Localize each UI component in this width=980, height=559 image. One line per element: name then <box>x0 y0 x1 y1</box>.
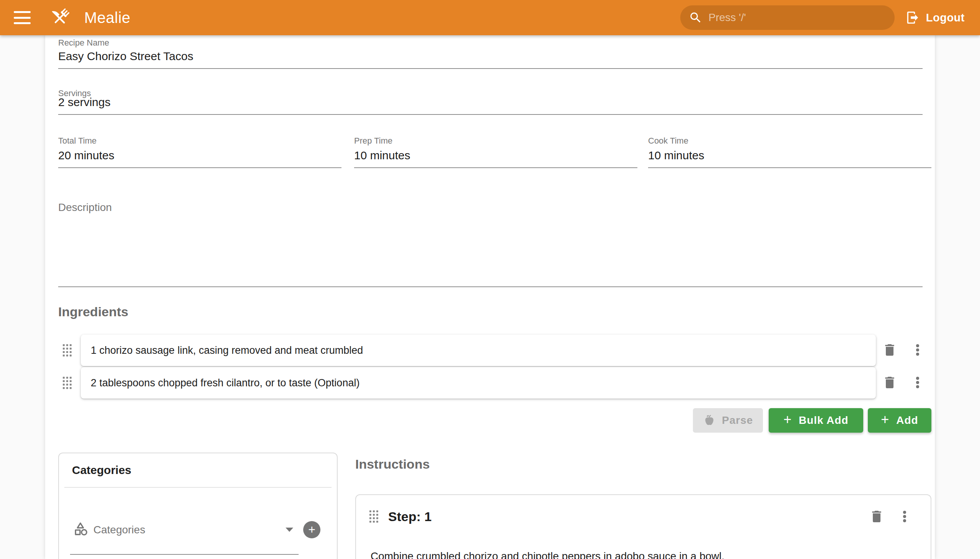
ingredient-menu-button[interactable] <box>911 344 924 356</box>
servings-field[interactable]: Servings 2 servings <box>58 88 922 115</box>
kebab-icon <box>899 510 911 523</box>
search-icon <box>689 11 702 25</box>
delete-ingredient-button[interactable] <box>882 375 897 390</box>
instruction-step-card: Step: 1 Combine crumbled chorizo and chi… <box>355 494 931 559</box>
recipe-editor-card: Recipe Name Easy Chorizo Street Tacos Se… <box>45 35 935 559</box>
divider <box>64 487 332 488</box>
home-link[interactable]: Mealie <box>31 6 131 30</box>
kebab-icon <box>911 344 924 356</box>
plus-icon: + <box>308 523 316 537</box>
step-title: Step: 1 <box>388 508 431 525</box>
cook-time-field[interactable]: Cook Time 10 minutes <box>648 136 931 168</box>
select-underline <box>70 554 299 555</box>
description-field[interactable]: Description <box>58 200 922 287</box>
plus-icon: + <box>881 412 889 428</box>
trash-icon <box>882 375 897 390</box>
description-label: Description <box>58 202 112 213</box>
add-category-button[interactable]: + <box>303 521 321 538</box>
prep-time-label: Prep Time <box>354 136 392 146</box>
ingredients-heading: Ingredients <box>58 303 128 320</box>
cook-time-value: 10 minutes <box>648 148 704 163</box>
app-bar: Mealie Logout <box>0 0 980 35</box>
drag-handle[interactable] <box>63 377 71 389</box>
prep-time-value: 10 minutes <box>354 148 410 163</box>
ingredient-text: 1 chorizo sausage link, casing removed a… <box>91 345 363 356</box>
recipe-name-label: Recipe Name <box>58 38 109 48</box>
plus-icon: + <box>783 412 792 428</box>
logout-icon <box>906 10 920 25</box>
add-label: Add <box>896 414 918 427</box>
parse-button[interactable]: Parse <box>693 408 763 433</box>
delete-ingredient-button[interactable] <box>882 342 897 357</box>
drag-handle[interactable] <box>63 344 71 356</box>
ingredient-input[interactable]: 1 chorizo sausage link, casing removed a… <box>81 335 876 366</box>
ingredient-menu-button[interactable] <box>911 376 924 389</box>
cook-time-label: Cook Time <box>648 136 688 146</box>
categories-title: Categories <box>72 463 131 478</box>
drag-handle[interactable] <box>369 510 378 523</box>
delete-step-button[interactable] <box>869 509 884 524</box>
bulk-add-button[interactable]: + Bulk Add <box>769 408 863 433</box>
add-ingredient-button[interactable]: + Add <box>868 408 931 433</box>
logout-button[interactable]: Logout <box>906 10 965 25</box>
menu-button[interactable] <box>14 11 31 24</box>
app-title: Mealie <box>84 9 131 26</box>
recipe-name-field[interactable]: Recipe Name Easy Chorizo Street Tacos <box>58 38 922 69</box>
categories-card: Categories Categories + <box>58 453 338 559</box>
apple-icon <box>703 414 716 427</box>
shapes-icon <box>73 521 89 537</box>
mealie-app: Mealie Logout Recipe Name Easy Chorizo S… <box>0 0 980 559</box>
instructions-heading: Instructions <box>355 456 430 473</box>
ingredient-input[interactable]: 2 tablespoons chopped fresh cilantro, or… <box>81 367 876 399</box>
total-time-value: 20 minutes <box>58 148 114 163</box>
step-text[interactable]: Combine crumbled chorizo and chipotle pe… <box>370 549 915 559</box>
trash-icon <box>869 509 884 524</box>
servings-value: 2 servings <box>58 95 111 109</box>
logout-label: Logout <box>926 12 965 24</box>
step-menu-button[interactable] <box>899 510 911 523</box>
recipe-name-value: Easy Chorizo Street Tacos <box>58 49 193 64</box>
prep-time-field[interactable]: Prep Time 10 minutes <box>354 136 637 168</box>
chevron-down-icon[interactable] <box>286 528 293 532</box>
bulk-add-label: Bulk Add <box>799 414 849 427</box>
mealie-logo-icon <box>48 6 72 30</box>
hamburger-icon <box>14 11 31 13</box>
ingredient-text: 2 tablespoons chopped fresh cilantro, or… <box>91 377 359 389</box>
search-input[interactable] <box>709 12 873 24</box>
search-bar[interactable] <box>680 5 895 30</box>
kebab-icon <box>911 376 924 389</box>
parse-label: Parse <box>722 414 753 427</box>
trash-icon <box>882 342 897 357</box>
total-time-label: Total Time <box>58 136 96 146</box>
total-time-field[interactable]: Total Time 20 minutes <box>58 136 342 168</box>
categories-select[interactable]: Categories <box>93 523 145 537</box>
